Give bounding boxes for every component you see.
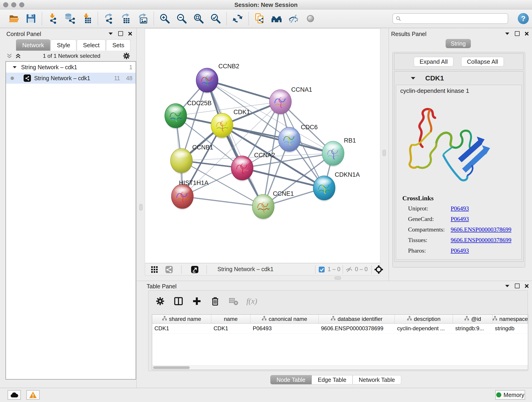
tab-network-table[interactable]: Network Table	[353, 375, 401, 384]
table-cell[interactable]: stringdb	[493, 324, 528, 333]
refresh-button[interactable]	[232, 13, 244, 25]
expand-all-networks-icon[interactable]	[15, 53, 21, 59]
network-collection-row[interactable]: String Network – cdk1 1	[6, 62, 136, 73]
right-splitter-handle[interactable]	[383, 150, 386, 156]
hide-selected-button[interactable]	[288, 13, 299, 25]
crosslink-link[interactable]: P06493	[451, 216, 469, 223]
add-column-button[interactable]	[190, 294, 203, 308]
zoom-in-button[interactable]	[159, 13, 171, 25]
close-panel-button[interactable]	[128, 32, 132, 36]
node-CCNB2[interactable]: CCNB2	[196, 63, 239, 94]
detach-view-icon[interactable]	[190, 265, 199, 274]
table-cell[interactable]: P06493	[250, 324, 319, 333]
edge-CCNB2-CCNA1[interactable]	[207, 80, 280, 102]
table-cell[interactable]: CDK1	[211, 324, 250, 333]
show-columns-button[interactable]	[172, 294, 185, 308]
expand-all-button[interactable]: Expand All	[414, 57, 453, 66]
tab-string[interactable]: String	[446, 39, 471, 48]
collapse-all-button[interactable]: Collapse All	[461, 57, 504, 66]
node-CDKN1A[interactable]: CDKN1A	[313, 171, 360, 201]
crosslink-link[interactable]: 9606.ENSP00000378699	[451, 237, 511, 244]
column-header-shared-name[interactable]: shared name	[152, 315, 211, 323]
first-neighbors-button[interactable]	[271, 13, 283, 25]
table-row[interactable]: CDK1CDK1P064939606.ENSP00000378699cyclin…	[152, 324, 528, 333]
tab-network[interactable]: Network	[16, 39, 50, 51]
delete-column-button[interactable]	[209, 294, 222, 308]
zoom-selected-button[interactable]	[210, 13, 222, 25]
column-header-description[interactable]: description	[395, 315, 453, 323]
import-network-database-button[interactable]	[64, 13, 76, 25]
float-panel-button[interactable]	[108, 32, 113, 35]
memory-button[interactable]: Memory	[495, 390, 525, 400]
tab-sets[interactable]: Sets	[106, 39, 130, 51]
horizontal-scrollbar[interactable]	[152, 365, 528, 370]
collection-caret-icon[interactable]	[12, 66, 17, 69]
node-CCNA1[interactable]: CCNA1	[269, 86, 312, 115]
float-panel-button[interactable]	[505, 32, 510, 35]
crosslink-link[interactable]: P06493	[451, 247, 469, 254]
column-header--id[interactable]: @id	[453, 315, 493, 323]
column-header-database-identifier[interactable]: database identifier	[319, 315, 395, 323]
table-options-button[interactable]	[153, 294, 167, 308]
maximize-panel-button[interactable]	[515, 283, 520, 288]
function-builder-button[interactable]: f(x)	[245, 294, 259, 308]
entry-caret-icon[interactable]	[410, 77, 416, 80]
close-panel-button[interactable]	[525, 284, 529, 288]
collapse-all-networks-icon[interactable]	[6, 53, 12, 59]
birds-eye-crosshair-icon[interactable]	[374, 265, 383, 274]
import-network-file-button[interactable]	[47, 13, 59, 25]
node-CCNB1[interactable]: CCNB1	[171, 144, 213, 174]
column-header-name[interactable]: name	[211, 315, 250, 323]
node-CDK1[interactable]: CDK1	[211, 109, 250, 139]
show-all-button[interactable]	[304, 13, 317, 25]
export-table-button[interactable]	[120, 13, 132, 25]
node-HIST1H1A[interactable]: HIST1H1A	[171, 179, 209, 210]
node-CDC25B[interactable]: CDC25B	[165, 100, 212, 129]
maximize-panel-button[interactable]	[118, 31, 123, 36]
table-cell[interactable]: CDK1	[152, 324, 211, 333]
float-panel-button[interactable]	[505, 284, 510, 288]
edge-CCNB2-CCNE1[interactable]	[207, 80, 263, 206]
table-cell[interactable]: cyclin-dependent ...	[395, 324, 453, 333]
column-header-namespace[interactable]: namespace	[493, 315, 528, 323]
open-session-button[interactable]	[8, 13, 20, 25]
left-splitter-handle[interactable]	[139, 204, 143, 211]
warnings-button[interactable]	[26, 390, 40, 400]
table-cell[interactable]: 9606.ENSP00000378699	[319, 324, 395, 333]
clone-network-button[interactable]	[254, 13, 266, 25]
zoom-fit-button[interactable]	[193, 13, 205, 25]
node-RB1[interactable]: RB1	[322, 137, 356, 167]
tab-edge-table[interactable]: Edge Table	[312, 375, 353, 384]
edge-HIST1H1A-CCNE1[interactable]	[182, 196, 263, 206]
grid-view-icon[interactable]	[151, 266, 158, 274]
tab-node-table[interactable]: Node Table	[270, 375, 312, 384]
close-panel-button[interactable]	[525, 32, 529, 36]
hidden-elements-eye-slash-icon[interactable]	[345, 266, 353, 273]
network-view-mode-icon[interactable]	[165, 265, 173, 274]
save-session-button[interactable]	[25, 13, 37, 25]
maximize-panel-button[interactable]	[515, 31, 520, 36]
network-row[interactable]: String Network – cdk1 11 48	[6, 73, 136, 84]
bottom-splitter-handle[interactable]	[335, 276, 341, 280]
import-table-button[interactable]	[81, 13, 93, 25]
tab-style[interactable]: Style	[51, 39, 76, 51]
scrollbar-thumb[interactable]	[153, 366, 190, 369]
tab-select[interactable]: Select	[77, 39, 106, 51]
search-input[interactable]	[393, 13, 508, 24]
export-network-button[interactable]	[103, 13, 115, 25]
network-canvas[interactable]: CCNB2CCNA1CDC25BCDK1CDC6RB1CCNB1CCNA2CDK…	[145, 28, 380, 263]
delete-table-button[interactable]	[227, 294, 240, 308]
search-text-field[interactable]	[403, 15, 508, 22]
cloud-status-button[interactable]	[7, 390, 21, 400]
table-cell[interactable]: stringdb:9...	[453, 324, 493, 333]
help-button[interactable]: ?	[518, 13, 529, 24]
crosslink-link[interactable]: P06493	[451, 205, 469, 212]
selected-nodes-checkbox[interactable]	[318, 266, 325, 273]
export-image-button[interactable]	[137, 13, 149, 25]
column-header-canonical-name[interactable]: canonical name	[250, 315, 319, 323]
network-options-gear-icon[interactable]	[122, 51, 131, 60]
zoom-out-button[interactable]	[176, 13, 188, 25]
crosslink-link[interactable]: 9606.ENSP00000378699	[451, 226, 511, 233]
node-CCNE1[interactable]: CCNE1	[252, 190, 294, 220]
gene-entry-header[interactable]: CDK1	[394, 71, 523, 85]
